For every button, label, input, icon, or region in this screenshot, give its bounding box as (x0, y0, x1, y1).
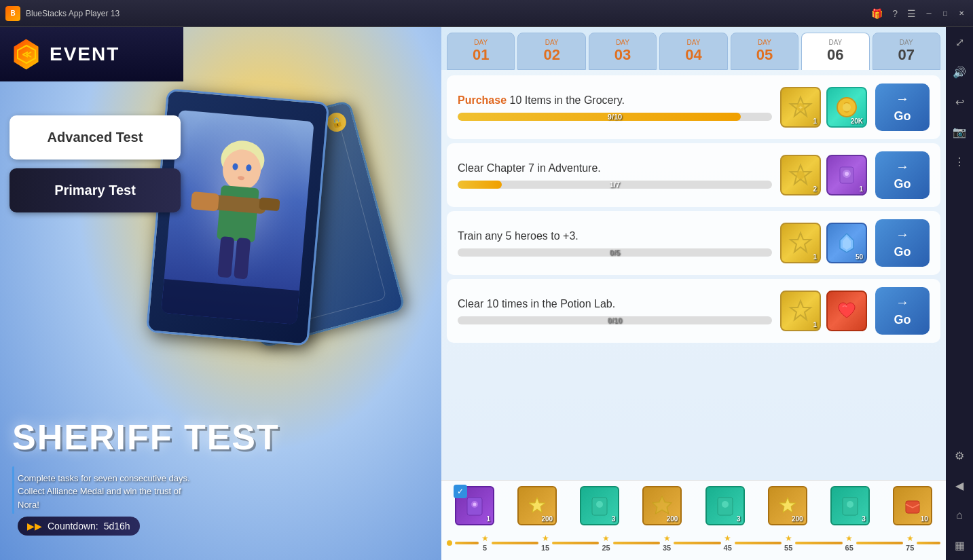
sidebar-back-icon[interactable]: ◀ (950, 476, 969, 495)
reward-count-1a: 1 (813, 117, 817, 125)
gift-icon[interactable]: 🎁 (868, 8, 885, 19)
tasks-area: Purchase 10 Items in the Grocery. 9/10 (441, 70, 946, 480)
milestone-star-6: ★ 55 (784, 534, 792, 552)
progress-container-2: 1/7 (458, 181, 772, 189)
reward-item-4b (826, 291, 867, 331)
day-num-2: 02 (543, 46, 559, 64)
reward-count-4a: 1 (813, 321, 817, 329)
help-icon[interactable]: ? (889, 8, 900, 19)
milestone-star-7: ★ 65 (845, 534, 853, 552)
medal-badge-3: 1 (780, 223, 821, 263)
svg-marker-25 (790, 233, 811, 252)
milestone-item-1: ✓ 1 (455, 486, 494, 525)
reward-item-2b: 1 (826, 155, 867, 195)
milestone-count-5: 3 (737, 515, 741, 523)
milestone-count-8: 10 (921, 515, 928, 523)
milestone-star-4: ★ 35 (663, 534, 671, 552)
reward-item-4a: 1 (780, 291, 821, 331)
day-label-7: DAY (900, 39, 913, 46)
milestone-count-6: 200 (792, 515, 803, 523)
tab-advanced[interactable]: Advanced Test (10, 115, 181, 160)
svg-text:≪: ≪ (21, 49, 31, 60)
close-button[interactable]: ✕ (955, 7, 968, 20)
day-tab-5[interactable]: DAY 05 (731, 33, 798, 70)
countdown-value: 5d16h (104, 521, 130, 531)
task-row-3: Train any 5 heroes to +3. 0/5 (447, 211, 940, 275)
svg-point-38 (722, 501, 729, 508)
day-tab-1[interactable]: DAY 01 (447, 33, 515, 70)
day-tab-6[interactable]: DAY 06 (801, 33, 869, 70)
milestone-count-2: 200 (542, 515, 553, 523)
main-container: ≪ EVENT Advanced Test Primary Test 🔒 (0, 27, 973, 560)
day-tab-2[interactable]: DAY 02 (517, 33, 585, 70)
milestone-item-7: 3 (830, 486, 870, 525)
day-tabs: DAY 01 DAY 02 DAY 03 DAY 04 DAY 05 DAY 0… (441, 27, 946, 70)
go-text-2: Go (894, 177, 911, 191)
countdown-bar: ▶▶ Countdown: 5d16h (18, 517, 140, 536)
task-go-btn-4[interactable]: → Go (875, 287, 930, 335)
svg-rect-10 (191, 191, 219, 211)
progress-label-3: 0/5 (458, 248, 772, 257)
tab-primary-label: Primary Test (54, 183, 136, 198)
day-label-2: DAY (545, 39, 559, 46)
track-line-end (917, 542, 940, 544)
svg-text:✦: ✦ (798, 104, 803, 111)
window-controls: 🎁 ? ☰ ─ □ ✕ (868, 7, 968, 20)
reward-item-1b: 20K (826, 87, 867, 128)
milestone-count-4: 200 (667, 515, 678, 523)
sidebar-more-icon[interactable]: ⋮ (950, 152, 969, 171)
milestones-section: ✓ 1 200 (441, 480, 946, 560)
reward-item-1a: ✦ 1 (780, 87, 821, 128)
menu-icon[interactable]: ☰ (904, 8, 919, 19)
tab-primary[interactable]: Primary Test (10, 168, 181, 212)
svg-point-19 (843, 103, 851, 111)
progress-container-3: 0/5 (458, 248, 772, 257)
milestone-badge-8: 10 (893, 486, 932, 525)
bluestacks-sidebar: ⤢ 🔊 ↩ 📷 ⋮ ⚙ ◀ ⌂ ▦ (946, 27, 973, 560)
milestone-badge-6: 200 (768, 486, 807, 525)
task-rewards-4: 1 (780, 291, 867, 331)
milestone-badge-7: 3 (830, 486, 870, 525)
minimize-button[interactable]: ─ (923, 7, 935, 20)
milestone-count-1: 1 (487, 515, 491, 523)
reward-count-2a: 2 (813, 185, 817, 193)
svg-marker-32 (529, 498, 545, 512)
sheriff-title-text: SHERIFF TEST (12, 419, 280, 455)
day-num-6: 06 (827, 46, 843, 64)
milestone-item-2: 200 (517, 486, 557, 525)
book-badge-2: 1 (826, 155, 867, 195)
task-description-4: Clear 10 times in the Potion Lab. (458, 297, 772, 312)
milestone-star-2: ★ 15 (541, 534, 549, 552)
track-line-6 (795, 542, 842, 544)
day-num-5: 05 (756, 46, 773, 64)
task-description-3: Train any 5 heroes to +3. (458, 229, 772, 244)
medal-badge-2: 2 (780, 155, 821, 195)
task-rewards-1: ✦ 1 20K (780, 87, 867, 128)
task-go-btn-1[interactable]: → Go (875, 83, 930, 131)
task-rewards-2: 2 1 (780, 155, 867, 195)
sidebar-screenshot-icon[interactable]: 📷 (950, 122, 969, 141)
sidebar-resize-icon[interactable]: ⤢ (950, 33, 969, 52)
sidebar-home-icon[interactable]: ⌂ (950, 506, 969, 525)
sidebar-gear-icon[interactable]: ⚙ (950, 446, 969, 465)
sidebar-rotate-icon[interactable]: ↩ (950, 92, 969, 111)
event-header: ≪ EVENT (0, 27, 183, 81)
maximize-button[interactable]: □ (939, 7, 951, 20)
milestone-star-3: ★ 25 (602, 534, 610, 552)
task-info-3: Train any 5 heroes to +3. 0/5 (458, 229, 772, 257)
go-arrow-3: → (896, 227, 909, 242)
day-num-4: 04 (685, 46, 701, 64)
task-go-btn-3[interactable]: → Go (875, 219, 930, 267)
milestone-count-7: 3 (862, 515, 866, 523)
task-go-btn-2[interactable]: → Go (875, 151, 930, 199)
day-tab-4[interactable]: DAY 04 (659, 33, 727, 70)
progress-label-1: 9/10 (458, 113, 772, 121)
day-tab-7[interactable]: DAY 07 (873, 33, 940, 70)
sidebar-app-icon[interactable]: ▦ (950, 536, 969, 555)
sidebar-volume-icon[interactable]: 🔊 (950, 62, 969, 81)
reward-count-1b: 20K (851, 117, 863, 125)
day-tab-3[interactable]: DAY 03 (589, 33, 657, 70)
task-description-1: Purchase 10 Items in the Grocery. (458, 94, 772, 108)
left-panel: ≪ EVENT Advanced Test Primary Test 🔒 (0, 27, 441, 560)
track-line-5 (735, 542, 782, 544)
